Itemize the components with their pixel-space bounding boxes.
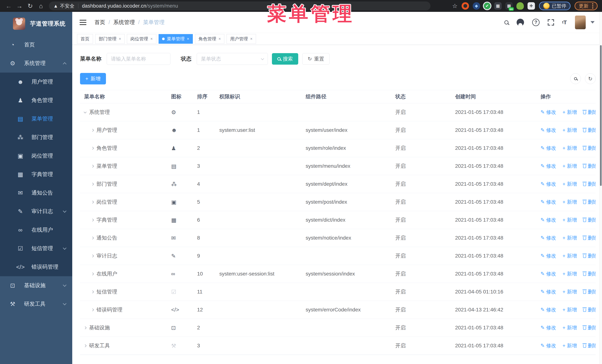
edit-row-button[interactable]: ✎修改	[540, 127, 556, 134]
show-search-icon[interactable]	[570, 73, 581, 84]
edit-row-button[interactable]: ✎修改	[540, 270, 556, 277]
breadcrumb-item[interactable]: 系统管理	[113, 19, 135, 26]
expand-row-icon[interactable]	[84, 326, 87, 329]
update-button[interactable]: 更新	[575, 2, 598, 10]
sidebar-item-部门管理[interactable]: ⁂部门管理	[0, 128, 72, 147]
ubuntu-orange-extension[interactable]	[462, 2, 469, 10]
avatar[interactable]	[575, 16, 586, 29]
tab-岗位管理[interactable]: 岗位管理×	[127, 34, 156, 44]
refresh-icon[interactable]: ↻	[585, 73, 596, 84]
add-button[interactable]: + 新增	[80, 73, 106, 84]
tab-角色管理[interactable]: 角色管理×	[195, 34, 225, 44]
add-row-button[interactable]: +新增	[563, 109, 577, 115]
edit-row-button[interactable]: ✎修改	[540, 199, 556, 205]
blue-gem-extension[interactable]: ◆	[473, 2, 480, 10]
fullscreen-icon[interactable]	[548, 19, 554, 26]
delete-row-button[interactable]: 删除	[583, 163, 596, 169]
forward-icon[interactable]: →	[14, 1, 25, 10]
delete-row-button[interactable]: 删除	[583, 289, 596, 295]
add-row-button[interactable]: +新增	[563, 199, 577, 205]
browser-menu-icon[interactable]	[592, 3, 593, 9]
close-tab-icon[interactable]: ×	[187, 36, 189, 41]
delete-row-button[interactable]: 删除	[583, 217, 596, 223]
close-tab-icon[interactable]: ×	[250, 36, 252, 41]
sidebar-item-菜单管理[interactable]: ▤菜单管理	[0, 110, 72, 128]
delete-row-button[interactable]: 删除	[583, 181, 596, 187]
search-button[interactable]: 搜索	[272, 53, 298, 65]
vertical-scrollbar[interactable]	[599, 12, 602, 364]
delete-row-button[interactable]: 删除	[583, 235, 596, 241]
expand-row-icon[interactable]	[91, 272, 94, 275]
sidebar-item-错误码管理[interactable]: </>错误码管理	[0, 258, 72, 276]
expand-row-icon[interactable]	[84, 344, 87, 347]
delete-row-button[interactable]: 删除	[583, 109, 596, 115]
edit-row-button[interactable]: ✎修改	[540, 217, 556, 223]
not-secure-warning[interactable]: ▲ 不安全	[53, 3, 75, 9]
close-tab-icon[interactable]: ×	[219, 36, 221, 41]
sidebar-item-岗位管理[interactable]: ▣岗位管理	[0, 147, 72, 165]
home-icon[interactable]: ⌂	[36, 1, 46, 10]
delete-row-button[interactable]: 删除	[583, 270, 596, 277]
sidebar-item-基础设施[interactable]: ⊡基础设施	[0, 276, 72, 295]
on-badge-extension[interactable]: ▦on	[505, 2, 513, 10]
edit-row-button[interactable]: ✎修改	[540, 289, 556, 295]
edit-row-button[interactable]: ✎修改	[540, 306, 556, 313]
scrollbar-thumb[interactable]	[600, 45, 602, 186]
add-row-button[interactable]: +新增	[563, 342, 577, 349]
edit-row-button[interactable]: ✎修改	[540, 109, 556, 115]
github-icon[interactable]	[516, 19, 524, 26]
address-bar[interactable]: ▲ 不安全 dashboard.yudao.iocoder.cn/system/…	[49, 1, 430, 10]
add-row-button[interactable]: +新增	[563, 324, 577, 331]
green-check-extension[interactable]: ✔	[484, 3, 491, 9]
add-row-button[interactable]: +新增	[563, 289, 577, 295]
sidebar-item-研发工具[interactable]: ⚒研发工具	[0, 295, 72, 313]
close-tab-icon[interactable]: ×	[119, 36, 121, 41]
delete-row-button[interactable]: 删除	[583, 306, 596, 313]
delete-row-button[interactable]: 删除	[583, 252, 596, 259]
expand-row-icon[interactable]	[91, 218, 94, 221]
edit-row-button[interactable]: ✎修改	[540, 181, 556, 187]
expand-row-icon[interactable]	[91, 129, 94, 132]
edit-row-button[interactable]: ✎修改	[540, 145, 556, 151]
expand-row-icon[interactable]	[91, 290, 94, 293]
add-row-button[interactable]: +新增	[563, 252, 577, 259]
expand-row-icon[interactable]	[91, 183, 94, 186]
sidebar-item-审计日志[interactable]: ✎审计日志	[0, 202, 72, 221]
expand-row-icon[interactable]	[91, 308, 94, 311]
sidebar-item-通知公告[interactable]: ✉通知公告	[0, 184, 72, 202]
expand-row-icon[interactable]	[91, 147, 94, 150]
add-row-button[interactable]: +新增	[563, 181, 577, 187]
delete-row-button[interactable]: 删除	[583, 145, 596, 151]
white-puzzle-extension[interactable]: ✚	[527, 2, 535, 10]
close-tab-icon[interactable]: ×	[150, 36, 153, 41]
logo[interactable]: 芋道管理系统	[0, 12, 72, 36]
edit-row-button[interactable]: ✎修改	[540, 324, 556, 331]
tab-部门管理[interactable]: 部门管理×	[95, 34, 125, 44]
expand-row-icon[interactable]	[91, 236, 94, 239]
edit-row-button[interactable]: ✎修改	[540, 252, 556, 259]
add-row-button[interactable]: +新增	[563, 217, 577, 223]
paused-profile-badge[interactable]: 已暂停	[539, 2, 570, 10]
add-row-button[interactable]: +新增	[563, 235, 577, 241]
delete-row-button[interactable]: 删除	[583, 324, 596, 331]
add-row-button[interactable]: +新增	[563, 270, 577, 277]
tab-首页[interactable]: 首页	[77, 34, 93, 44]
edit-row-button[interactable]: ✎修改	[540, 235, 556, 241]
add-row-button[interactable]: +新增	[563, 145, 577, 151]
green-bot-extension[interactable]	[516, 2, 524, 10]
breadcrumb-item[interactable]: 首页	[95, 19, 105, 26]
edit-row-button[interactable]: ✎修改	[540, 342, 556, 349]
delete-row-button[interactable]: 删除	[583, 342, 596, 349]
add-row-button[interactable]: +新增	[563, 306, 577, 313]
help-icon[interactable]: ?	[532, 19, 540, 26]
sidebar-item-系统管理[interactable]: ⚙系统管理	[0, 54, 72, 73]
delete-row-button[interactable]: 删除	[583, 199, 596, 205]
reload-icon[interactable]: ↻	[25, 1, 36, 10]
sidebar-item-角色管理[interactable]: ♟角色管理	[0, 91, 72, 110]
sidebar-item-在线用户[interactable]: ∞在线用户	[0, 221, 72, 239]
reset-button[interactable]: ↻ 重置	[302, 53, 330, 65]
collapse-row-icon[interactable]	[84, 110, 87, 113]
add-row-button[interactable]: +新增	[563, 163, 577, 169]
status-select[interactable]: 菜单状态	[197, 53, 268, 65]
sidebar-item-字典管理[interactable]: ▦字典管理	[0, 165, 72, 184]
